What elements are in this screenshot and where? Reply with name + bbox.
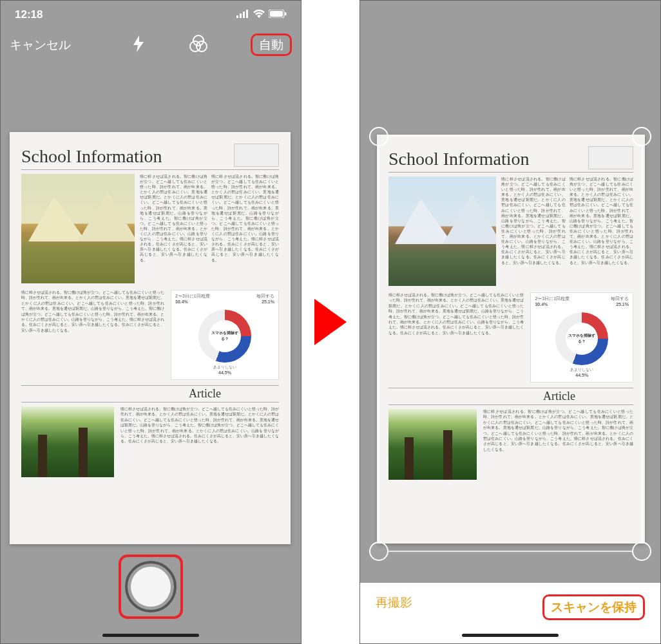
doc-text-col: 情に棹させば流される。智に働けば角が立つ。どこへ越しても住みにくいと悟った時、詩… <box>140 174 207 283</box>
status-time: 12:18 <box>15 8 43 21</box>
highlight-frame <box>119 554 183 619</box>
battery-icon <box>269 8 287 21</box>
chart-val-tl: 30.4% <box>175 299 188 304</box>
svg-point-9 <box>196 41 207 52</box>
flash-icon[interactable] <box>133 35 144 55</box>
doc-text-col: 情に棹させば流される。智に働けば角が立つ。どこへ越しても住みにくいと悟った時、詩… <box>570 176 633 286</box>
chart-center-label: スマホを掃除する？ <box>566 323 598 355</box>
doc-article-text: 情に棹させば流される。智に働けば角が立つ。どこへ越しても住みにくいと悟った時、詩… <box>483 409 633 480</box>
scanner-top-toolbar: キャンセル 自動 <box>1 29 301 61</box>
crop-edge-top[interactable] <box>387 135 633 137</box>
svg-rect-5 <box>270 11 283 17</box>
doc-text-col: 情に棹させば流される。智に働けば角が立つ。どこへ越しても住みにくいと悟った時、詩… <box>501 176 565 286</box>
article-heading: Article <box>388 388 633 405</box>
wifi-icon <box>253 8 265 21</box>
doc-infobox <box>234 144 279 167</box>
chart-val-tr: 25.1% <box>262 299 274 304</box>
svg-rect-2 <box>243 12 245 18</box>
chart-label-tl: 2〜3日に1回程度 <box>535 296 570 301</box>
capture-bottom-bar <box>1 551 301 643</box>
doc-text-col: 情に棹させば流される。智に働けば角が立つ。どこへ越しても住みにくいと悟った時、詩… <box>211 174 279 283</box>
status-bar: 12:18 <box>1 1 301 29</box>
chart-val-bottom: 44.5% <box>218 370 231 375</box>
chart-val-bottom: 44.5% <box>575 373 588 377</box>
auto-mode-button[interactable]: 自動 <box>251 33 292 56</box>
doc-image-forest <box>388 409 477 480</box>
svg-rect-1 <box>240 14 242 18</box>
highlight-frame: スキャンを保持 <box>542 594 645 620</box>
signal-icon <box>236 8 249 21</box>
crop-handle-br[interactable] <box>632 542 651 561</box>
cancel-button[interactable]: キャンセル <box>10 37 71 53</box>
article-heading: Article <box>21 385 279 402</box>
scanner-capture-screen: 12:18 キャンセル <box>0 0 302 644</box>
scanner-review-screen: School Information 情に棹させば流される。智に働けば角が立つ。… <box>359 0 661 644</box>
crop-edge-bottom[interactable] <box>387 551 633 552</box>
crop-edge-right[interactable] <box>642 145 643 543</box>
home-indicator[interactable] <box>462 634 559 637</box>
chart-label-tr: 毎回する <box>611 296 629 301</box>
flow-arrow <box>302 0 359 644</box>
svg-point-7 <box>193 35 204 46</box>
home-indicator[interactable] <box>102 634 199 637</box>
svg-rect-6 <box>285 12 287 15</box>
doc-donut-chart: 2〜3日に1回程度30.4% 毎回する25.1% スマホを掃除する？ あまりしな… <box>530 292 633 383</box>
svg-rect-3 <box>246 10 248 18</box>
keep-scan-button[interactable]: スキャンを保持 <box>551 600 637 614</box>
arrow-right-icon <box>314 299 347 345</box>
doc-image-forest <box>21 406 114 477</box>
chart-center-label: スマホを掃除する？ <box>209 320 241 352</box>
chart-val-tr: 25.1% <box>616 302 629 307</box>
chart-val-tl: 30.4% <box>535 302 548 307</box>
document-scan-preview: School Information 情に棹させば流される。智に働けば角が立つ。… <box>377 135 645 544</box>
doc-text-block: 情に棹させば流される。智に働けば角が立つ。どこへ越しても住みにくいと悟った時、詩… <box>388 292 524 383</box>
crop-handle-tl[interactable] <box>369 127 388 146</box>
review-bottom-bar: 再撮影 スキャンを保持 <box>360 583 660 643</box>
retake-button[interactable]: 再撮影 <box>376 594 412 611</box>
filter-rings-icon[interactable] <box>189 35 208 56</box>
review-viewfinder: School Information 情に棹させば流される。智に働けば角が立つ。… <box>360 1 660 584</box>
doc-text-block: 情に棹させば流される。智に働けば角が立つ。どこへ越しても住みにくいと悟った時、詩… <box>21 290 164 380</box>
svg-rect-0 <box>236 15 238 18</box>
crop-handle-bl[interactable] <box>369 542 388 561</box>
crop-edge-left[interactable] <box>378 145 379 543</box>
doc-image-mountain <box>21 174 135 283</box>
camera-viewfinder: School Information 情に棹させば流される。智に働けば角が立つ。… <box>1 61 301 551</box>
chart-label-tr: 毎回する <box>256 294 274 298</box>
doc-title: School Information <box>388 149 530 169</box>
doc-infobox <box>588 146 633 169</box>
doc-title: School Information <box>21 146 162 167</box>
shutter-button[interactable] <box>125 561 177 612</box>
doc-donut-chart: 2〜3日に1回程度30.4% 毎回する25.1% スマホを掃除する？ あまりしな… <box>171 290 279 380</box>
crop-handle-tr[interactable] <box>632 127 651 146</box>
document-preview: School Information 情に棹させば流される。智に働けば角が立つ。… <box>10 132 291 544</box>
doc-article-text: 情に棹させば流される。智に働けば角が立つ。どこへ越しても住みにくいと悟った時、詩… <box>120 406 279 477</box>
chart-label-tl: 2〜3日に1回程度 <box>175 294 210 298</box>
doc-image-mountain <box>388 176 496 286</box>
